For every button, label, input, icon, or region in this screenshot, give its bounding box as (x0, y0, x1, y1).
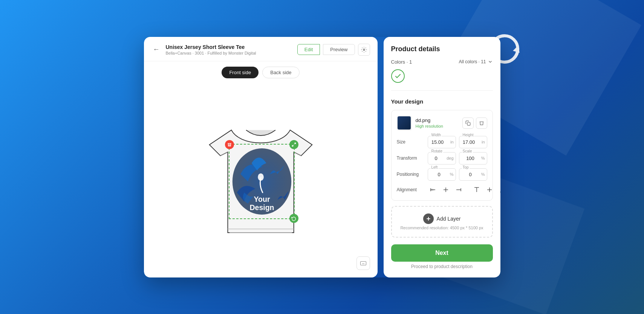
align-center-v-button[interactable] (484, 184, 495, 195)
align-top-icon (474, 187, 480, 193)
add-layer-icon (423, 213, 434, 224)
top-group: Top % (459, 168, 487, 181)
settings-button[interactable] (358, 44, 370, 56)
align-bottom-button[interactable] (497, 184, 500, 195)
add-layer-content: Add Layer (423, 213, 461, 224)
size-row: Size Width in Height in (397, 136, 487, 148)
left-group: Left % (428, 168, 456, 181)
transform-fields: Rotate deg Scale % (428, 152, 487, 165)
scale-label: Scale (462, 149, 473, 153)
next-subtitle: Proceed to product description (391, 264, 493, 269)
design-overlay[interactable]: Your Design (229, 144, 295, 219)
svg-rect-15 (431, 189, 433, 191)
align-bottom-icon (499, 187, 500, 193)
design-thumbnail (397, 116, 412, 131)
colors-label: Colors · 1 (391, 59, 412, 65)
left-input[interactable] (428, 168, 456, 181)
align-right-button[interactable] (453, 184, 464, 195)
edit-button[interactable]: Edit (297, 44, 320, 55)
editor-header-left: ← Unisex Jersey Short Sleeve Tee Bella+C… (151, 44, 256, 55)
checkmark-icon (394, 72, 402, 80)
positioning-label: Positioning (397, 172, 424, 177)
transform-row: Transform Rotate deg Scale % (397, 152, 487, 165)
align-center-h-button[interactable] (441, 184, 451, 195)
editor-header: ← Unisex Jersey Short Sleeve Tee Bella+C… (144, 37, 378, 61)
right-panel: Product details Colors · 1 All colors · … (384, 37, 500, 277)
product-subtitle: Bella+Canvas · 3001 · Fulfilled by Monst… (166, 51, 256, 55)
svg-rect-11 (360, 261, 366, 265)
scale-input[interactable] (459, 152, 487, 165)
svg-rect-12 (467, 122, 470, 125)
main-container: ← Unisex Jersey Short Sleeve Tee Bella+C… (144, 37, 500, 277)
align-icons-vertical (471, 184, 500, 195)
align-icons-horizontal (428, 184, 464, 195)
keyboard-button[interactable] (356, 256, 370, 270)
colors-header: Colors · 1 All colors · 11 (391, 59, 493, 65)
all-colors-button[interactable]: All colors · 11 (459, 59, 493, 64)
transform-label: Transform (397, 155, 424, 161)
alignment-label: Alignment (397, 187, 424, 192)
size-fields: Width in Height in (428, 136, 487, 148)
svg-text:Design: Design (249, 203, 274, 212)
align-right-icon (456, 187, 462, 193)
gear-icon (361, 47, 367, 53)
width-label: Width (431, 133, 442, 137)
side-tabs: Front side Back side (144, 61, 378, 78)
back-button[interactable]: ← (151, 44, 161, 55)
add-layer-section[interactable]: Add Layer Recommended resolution: 4500 p… (391, 206, 493, 238)
height-group: Height in (459, 136, 487, 148)
height-label: Height (462, 133, 474, 137)
handle-expand[interactable] (289, 140, 298, 149)
all-colors-label: All colors · 11 (459, 59, 486, 64)
design-resolution: High resolution (416, 124, 462, 128)
product-info: Unisex Jersey Short Sleeve Tee Bella+Can… (166, 44, 256, 55)
height-input[interactable] (459, 136, 487, 148)
expand-icon (292, 142, 296, 147)
tab-front-side[interactable]: Front side (222, 67, 259, 78)
trash-design-icon (479, 120, 484, 126)
trash-icon (227, 142, 232, 147)
design-actions (462, 117, 487, 129)
top-input[interactable] (459, 168, 487, 181)
svg-point-2 (363, 49, 365, 50)
rotate-icon (291, 216, 296, 221)
preview-button[interactable]: Preview (323, 44, 355, 55)
copy-icon (465, 120, 471, 126)
copy-design-button[interactable] (462, 117, 474, 129)
svg-text:Your: Your (254, 195, 270, 203)
rotate-group: Rotate deg (428, 152, 456, 165)
color-swatch-green[interactable] (391, 69, 405, 83)
width-group: Width in (428, 136, 456, 148)
chevron-down-icon (488, 59, 493, 64)
design-filename: dd.png (416, 117, 462, 123)
design-visual: Your Design (229, 145, 294, 218)
add-layer-title: Add Layer (437, 216, 461, 222)
next-button[interactable]: Next (391, 244, 493, 262)
top-label: Top (462, 165, 470, 169)
rotate-input[interactable] (428, 152, 456, 165)
handle-rotate[interactable] (289, 214, 298, 223)
alignment-row: Alignment (397, 184, 487, 195)
tab-back-side[interactable]: Back side (262, 67, 299, 78)
align-center-v-icon (486, 187, 493, 193)
editor-panel: ← Unisex Jersey Short Sleeve Tee Bella+C… (144, 37, 378, 277)
tshirt-container: Your Design (200, 108, 321, 247)
design-name-group: dd.png High resolution (416, 117, 462, 128)
align-center-h-icon (443, 187, 449, 193)
align-left-icon (430, 187, 436, 193)
size-label: Size (397, 139, 424, 145)
align-left-button[interactable] (428, 184, 438, 195)
plus-icon (425, 216, 431, 222)
product-title: Unisex Jersey Short Sleeve Tee (166, 44, 256, 50)
delete-design-button[interactable] (476, 117, 487, 129)
header-controls: Edit Preview (297, 44, 370, 56)
svg-point-8 (258, 174, 264, 181)
positioning-row: Positioning Left % Top % (397, 168, 487, 181)
handle-delete[interactable] (225, 140, 234, 149)
design-thumb-inner (398, 116, 411, 130)
design-card-header: dd.png High resolution (397, 116, 487, 131)
design-card: dd.png High resolution (391, 110, 493, 201)
width-input[interactable] (428, 136, 456, 148)
keyboard-icon (360, 260, 367, 267)
align-top-button[interactable] (471, 184, 482, 195)
